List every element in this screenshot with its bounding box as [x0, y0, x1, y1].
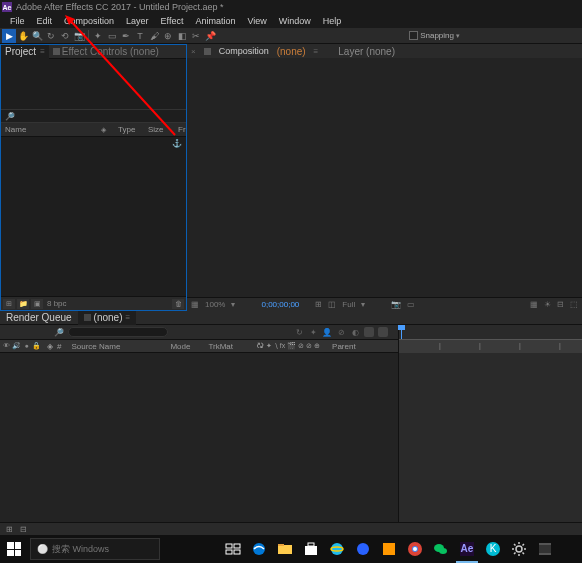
draft-3d-icon[interactable]: ✦ — [308, 328, 318, 337]
menu-edit[interactable]: Edit — [31, 16, 59, 26]
menu-effect[interactable]: Effect — [155, 16, 190, 26]
current-time[interactable]: 0;00;00;00 — [261, 300, 299, 309]
col-mode[interactable]: Mode — [170, 342, 190, 351]
file-explorer-icon[interactable] — [272, 535, 298, 563]
menu-window[interactable]: Window — [273, 16, 317, 26]
resolution-dropdown[interactable]: ▾ — [231, 300, 235, 309]
col-fr[interactable]: Fr — [174, 125, 186, 134]
bpc-label[interactable]: 8 bpc — [47, 299, 67, 308]
pen-tool[interactable]: ✒ — [119, 29, 133, 43]
type-tool[interactable]: T — [133, 29, 147, 43]
col-parent[interactable]: Parent — [332, 342, 356, 351]
col-trkmat[interactable]: TrkMat — [208, 342, 233, 351]
col-source-name[interactable]: Source Name — [71, 342, 120, 351]
search-icon[interactable]: 🔎 — [5, 112, 15, 121]
col-name[interactable]: Name — [1, 125, 101, 134]
mask-icon[interactable]: ◫ — [328, 300, 336, 309]
menu-help[interactable]: Help — [317, 16, 348, 26]
shy-icon[interactable]: 👤 — [322, 328, 332, 337]
app-icon-2[interactable] — [376, 535, 402, 563]
active-camera-icon[interactable]: 📷 — [391, 300, 401, 309]
flowchart-icon[interactable]: ⬚ — [570, 300, 578, 309]
chrome-icon[interactable] — [402, 535, 428, 563]
time-scale[interactable]: | | | | — [399, 339, 582, 353]
orbit-tool[interactable]: ↻ — [44, 29, 58, 43]
playhead[interactable] — [401, 325, 402, 339]
tab-menu-icon[interactable]: ≡ — [40, 47, 45, 56]
lock-toggle-icon[interactable]: 🔒 — [32, 342, 41, 350]
layer-tab-label[interactable]: Layer (none) — [338, 46, 395, 57]
camera-tool[interactable]: 📷 — [72, 29, 86, 43]
graph-editor-button[interactable] — [364, 327, 374, 337]
roto-tool[interactable]: ✂ — [189, 29, 203, 43]
taskbar-search[interactable]: ⚪ — [30, 538, 160, 560]
tab-effect-controls[interactable]: Effect Controls (none) — [49, 45, 163, 59]
snapping-checkbox[interactable] — [409, 31, 418, 40]
settings-icon[interactable] — [506, 535, 532, 563]
timeline-tracks[interactable] — [398, 353, 582, 522]
brush-tool[interactable]: 🖌 — [147, 29, 161, 43]
col-size[interactable]: Size — [144, 125, 174, 134]
tab-timeline-none[interactable]: (none) ≡ — [78, 311, 137, 325]
task-view-button[interactable] — [220, 535, 246, 563]
motion-blur-icon[interactable]: ◐ — [350, 328, 360, 337]
resolution-label[interactable]: Full — [342, 300, 355, 309]
taskbar-search-input[interactable] — [52, 544, 164, 554]
rect-tool[interactable]: ▭ — [105, 29, 119, 43]
comp-tab-label[interactable]: Composition — [219, 46, 269, 56]
app-icon-3[interactable]: K — [480, 535, 506, 563]
wechat-icon[interactable] — [428, 535, 454, 563]
frame-blend-icon[interactable]: ⊘ — [336, 328, 346, 337]
project-list[interactable]: ⚓ — [1, 137, 186, 296]
timeline-search-input[interactable] — [68, 327, 168, 337]
app-icon-1[interactable] — [350, 535, 376, 563]
hand-tool[interactable]: ✋ — [16, 29, 30, 43]
audio-toggle-icon[interactable]: 🔊 — [12, 342, 21, 350]
delete-button[interactable]: 🗑 — [172, 299, 184, 309]
ie-icon[interactable] — [324, 535, 350, 563]
timeline-tab-menu-icon[interactable]: ≡ — [126, 313, 131, 322]
eraser-tool[interactable]: ◧ — [175, 29, 189, 43]
transparency-grid-icon[interactable]: ▦ — [530, 300, 538, 309]
new-comp-button[interactable]: ▣ — [31, 299, 43, 309]
view-dropdown-icon[interactable]: ▾ — [361, 300, 365, 309]
col-switches[interactable]: 🗘 ✦ ∖ fx 🎬 ⊘ ⊘ ⊕ — [257, 342, 320, 350]
puppet-tool[interactable]: 📌 — [203, 29, 217, 43]
col-type[interactable]: Type — [114, 125, 144, 134]
exposure-icon[interactable]: ☀ — [544, 300, 551, 309]
rotate-tool[interactable]: ⟲ — [58, 29, 72, 43]
snapping-chevron-icon[interactable]: ▾ — [456, 32, 460, 40]
comp-nav-back-icon[interactable]: × — [191, 47, 196, 56]
selection-tool[interactable]: ▶ — [2, 29, 16, 43]
tab-render-queue[interactable]: Render Queue — [0, 311, 78, 325]
zoom-value[interactable]: 100% — [205, 300, 225, 309]
grid-icon[interactable]: ⊞ — [315, 300, 322, 309]
store-icon[interactable] — [298, 535, 324, 563]
after-effects-icon[interactable]: Ae — [454, 535, 480, 563]
brainstorm-button[interactable] — [378, 327, 388, 337]
collapse-icon[interactable]: ⚓ — [172, 139, 182, 148]
composition-viewer[interactable] — [187, 58, 582, 297]
timeline-search-icon[interactable]: 🔎 — [54, 328, 64, 337]
comp-mini-flowchart-icon[interactable]: ↻ — [294, 328, 304, 337]
timeline-icon[interactable]: ⊟ — [557, 300, 564, 309]
menu-layer[interactable]: Layer — [120, 16, 155, 26]
edge-icon[interactable] — [246, 535, 272, 563]
video-toggle-icon[interactable]: 👁 — [2, 342, 11, 350]
time-ruler[interactable] — [399, 325, 582, 339]
col-label-icon[interactable]: ◈ — [47, 342, 53, 351]
menu-animation[interactable]: Animation — [189, 16, 241, 26]
menu-file[interactable]: File — [4, 16, 31, 26]
anchor-tool[interactable]: ✦ — [91, 29, 105, 43]
menu-view[interactable]: View — [241, 16, 272, 26]
view-layout-icon[interactable]: ▭ — [407, 300, 415, 309]
comp-tab-menu-icon[interactable]: ≡ — [314, 47, 319, 56]
clone-tool[interactable]: ⊕ — [161, 29, 175, 43]
solo-toggle-icon[interactable]: ● — [22, 342, 31, 350]
toggle-modes-button[interactable]: ⊟ — [18, 525, 28, 535]
tab-project[interactable]: Project ≡ — [1, 45, 49, 59]
toggle-switches-button[interactable]: ⊞ — [4, 525, 14, 535]
layer-list[interactable] — [0, 353, 398, 522]
col-number[interactable]: # — [57, 342, 61, 351]
label-icon[interactable]: ◈ — [101, 126, 106, 134]
